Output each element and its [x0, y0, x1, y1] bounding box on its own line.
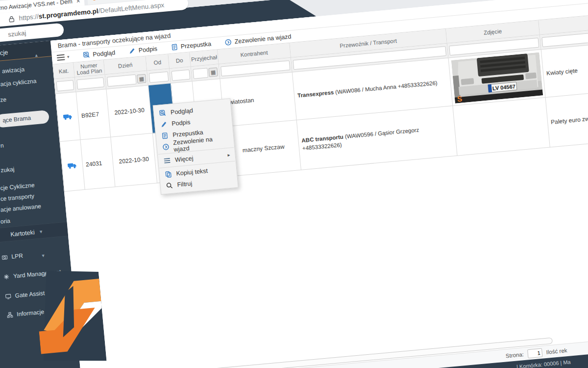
sidebar-item-ze[interactable]: ze — [0, 96, 7, 104]
button-label: Podgląd — [93, 49, 116, 58]
cell-numer-row2[interactable]: 24031 — [81, 137, 116, 190]
record-count-label: Ilość rek — [546, 347, 567, 355]
cell-dzien-row1[interactable]: 2022-10-30 — [106, 85, 153, 137]
menu-item-label: Filtruj — [177, 180, 193, 188]
truck-icon — [68, 162, 77, 169]
filter-cell-do — [170, 67, 193, 83]
monitor-icon — [5, 293, 11, 299]
carrier-details: (WAW086 / Mucha Anna +48533322626) — [333, 80, 438, 95]
chevron-up-icon[interactable]: ▲ — [33, 47, 39, 63]
przepustka-button[interactable]: Przepustka — [171, 40, 211, 51]
context-menu: Podgląd Podpis Przepustka Zezwolenie na … — [153, 98, 239, 195]
studiosystem-favicon-icon: S — [92, 0, 97, 1]
submenu-arrow-icon: ▸ — [227, 152, 230, 158]
sidebar-item-n[interactable]: n — [0, 142, 4, 150]
url-scheme: https:// — [19, 13, 39, 22]
document-icon — [161, 131, 169, 139]
search-icon — [165, 182, 173, 189]
sidebar-item-label: LPR — [11, 251, 24, 261]
podpis-button[interactable]: Podpis — [128, 45, 157, 54]
page-input[interactable] — [527, 348, 543, 359]
camera-icon — [1, 254, 8, 261]
circle-arrow-icon — [224, 39, 232, 46]
cell-zdjecie-row1[interactable]: LV 04567 S — [449, 50, 546, 106]
filter-input-numer[interactable] — [76, 77, 104, 89]
circle-arrow-icon — [162, 143, 170, 150]
column-header-kat[interactable]: Kat. — [53, 63, 75, 79]
rotated-browser-window: S StudioSy mo Awizacje VSS.net - Demo × … — [0, 0, 588, 368]
menu-item-label: Kopiuj tekst — [176, 167, 208, 177]
copy-icon — [164, 170, 172, 178]
close-icon[interactable]: × — [76, 0, 80, 4]
hamburger-icon — [163, 157, 172, 163]
menu-item-label: Podgląd — [171, 107, 194, 116]
sidebar-section-label: cje — [0, 45, 9, 61]
sidebar-item-anulowane[interactable]: acje anulowane — [0, 202, 42, 213]
cell-dzien-row2[interactable]: 2022-10-30 — [111, 133, 157, 187]
document-icon — [171, 44, 178, 51]
menu-item-label: Więcej — [174, 155, 194, 163]
sidebar-item-lpr[interactable]: LPR ▼ — [0, 247, 70, 263]
calendar-icon[interactable]: ▦ — [137, 74, 147, 83]
sidebar-item-kartoteki[interactable]: Kartoteki ▼ — [0, 221, 68, 244]
preview-icon — [83, 52, 90, 59]
filter-input-do[interactable] — [172, 69, 191, 80]
yard-grid-icon — [3, 274, 10, 280]
sitemap-icon — [7, 312, 13, 318]
hamburger-icon — [57, 54, 65, 61]
status-text: | Komórka: 00006 | Ma — [516, 359, 571, 368]
tab-label: StudioSy — [100, 0, 124, 0]
calendar-icon[interactable]: ▦ — [208, 67, 218, 77]
sidebar-item-label: Kartoteki — [10, 225, 35, 242]
photo-watermark-s: S — [457, 94, 463, 103]
column-header-do[interactable]: Do — [168, 52, 191, 69]
sidebar-item-historia[interactable]: oria — [0, 217, 10, 226]
lock-icon — [8, 15, 15, 23]
page-label: Strona: — [505, 351, 524, 359]
column-header-od[interactable]: Od — [146, 54, 170, 71]
preview-icon — [159, 109, 167, 117]
button-label: Przepustka — [180, 40, 212, 50]
chevron-down-icon: ▼ — [41, 251, 46, 261]
url-domain: st.programdemo.pl — [38, 7, 98, 20]
studiosystem-logo — [33, 265, 107, 368]
filter-input-dzien[interactable] — [107, 74, 137, 86]
cell-zdjecie-row2[interactable] — [453, 98, 550, 156]
pencil-icon — [128, 47, 136, 54]
chevron-down-icon: ▾ — [67, 54, 70, 59]
filter-input-kat[interactable] — [56, 80, 74, 91]
sidebar-item-szukaj[interactable]: zukaj — [0, 165, 15, 174]
sidebar-item-awizacja[interactable]: awizacja — [1, 65, 24, 75]
filter-cell-od — [147, 69, 171, 85]
filter-input-od[interactable] — [149, 71, 169, 82]
sidebar-item-brama-selected[interactable]: ące Brama — [0, 110, 49, 128]
carrier-name: Transexpress — [297, 89, 334, 99]
filter-cell-kat — [54, 78, 76, 94]
sidebar-item-cykliczne[interactable]: cje Cykliczne — [0, 181, 35, 192]
cell-numer-row1[interactable]: B92E7 — [76, 89, 111, 140]
truck-icon — [63, 113, 73, 121]
grid-menu-button[interactable]: ▾ — [57, 53, 70, 61]
button-label: Podpis — [138, 45, 157, 53]
page: S StudioSy mo Awizacje VSS.net - Demo × … — [0, 0, 588, 368]
main-panel: Brama - transporty oczekujące na wjazd ▾… — [50, 0, 588, 368]
filter-input-przyjechal[interactable] — [193, 68, 208, 79]
truck-photo: LV 04567 S — [451, 52, 542, 103]
chevron-down-icon: ▼ — [38, 224, 44, 239]
sidebar-item-transporty[interactable]: ce transporty — [0, 192, 35, 203]
menu-item-label: Podpis — [172, 118, 191, 127]
podglad-button[interactable]: Podgląd — [83, 49, 116, 59]
pencil-icon — [160, 121, 168, 128]
sidebar-item-cykliczna[interactable]: acja cykliczna — [0, 77, 37, 88]
